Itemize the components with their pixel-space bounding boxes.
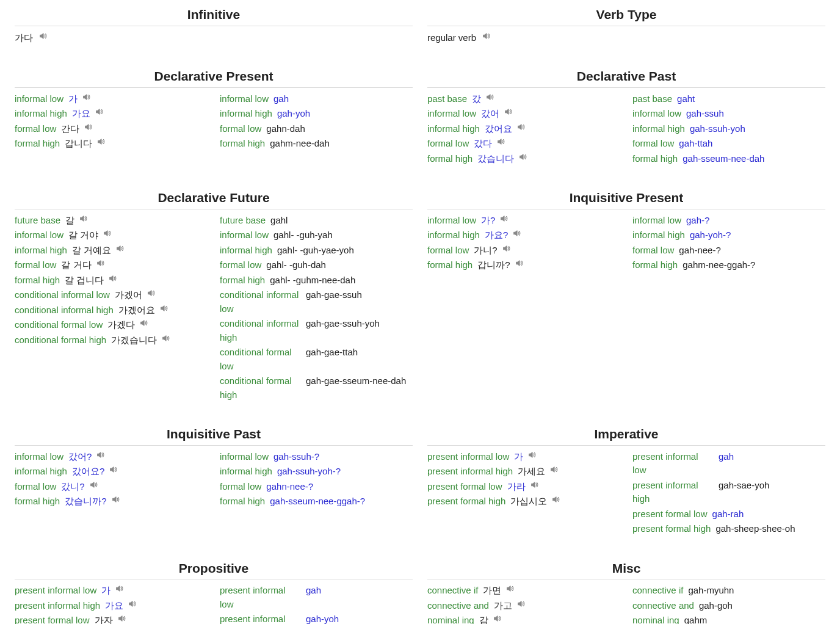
audio-icon[interactable] — [515, 259, 524, 267]
svg-marker-28 — [529, 452, 532, 457]
audio-icon[interactable] — [79, 214, 88, 223]
conjugation-key: formal low — [15, 122, 57, 136]
audio-icon[interactable] — [530, 481, 539, 489]
audio-icon[interactable] — [96, 259, 105, 267]
conjugation-key: past base — [632, 92, 673, 106]
audio-icon[interactable] — [82, 93, 91, 101]
audio-icon[interactable] — [96, 451, 105, 459]
conjugation-key: informal high — [15, 244, 68, 258]
conjugation-key: informal high — [427, 122, 481, 136]
romanization-value[interactable]: gah-yoh — [306, 612, 413, 624]
conjugation-value[interactable]: 가요 — [72, 107, 90, 121]
conjugation-value[interactable]: 가요? — [485, 228, 508, 242]
conjugation-row: past base갔 — [427, 92, 620, 107]
audio-icon[interactable] — [109, 465, 118, 474]
romanization-value[interactable]: gahn-nee-? — [266, 480, 413, 494]
conjugation-key: conditional informal high — [15, 303, 115, 317]
audio-icon[interactable] — [528, 451, 537, 459]
audio-icon[interactable] — [552, 495, 560, 504]
conjugation-value: 가겠다 — [107, 318, 135, 332]
conjugation-value[interactable]: 가라 — [507, 480, 526, 494]
conjugation-key: present formal high — [427, 495, 507, 509]
audio-icon[interactable] — [140, 319, 148, 327]
romanization-value[interactable]: gah-ssuh-yoh-? — [277, 465, 413, 479]
romanization-value[interactable]: gah-ttah — [679, 137, 825, 151]
romanization-row: formal highgahm-nee-ggah-? — [632, 258, 825, 273]
conjugation-value[interactable]: 갔니? — [61, 480, 84, 494]
audio-icon[interactable] — [115, 584, 124, 593]
conjugation-value: 가고 — [494, 599, 512, 613]
conjugation-key: formal high — [15, 137, 61, 151]
audio-icon[interactable] — [486, 93, 494, 101]
conjugation-row: formal low갔다 — [427, 136, 620, 151]
romanization-value[interactable]: gah — [719, 450, 825, 464]
romanization-value[interactable]: gah-yoh-? — [690, 228, 825, 242]
conjugation-value[interactable]: 갔어 — [481, 107, 499, 121]
romanization-value[interactable]: gah-? — [686, 214, 825, 228]
panel-title: Infinitive — [15, 5, 413, 26]
conjugation-value[interactable]: 갔다 — [474, 137, 492, 151]
audio-icon[interactable] — [497, 137, 505, 146]
column-hangul: present informal low가present informal hi… — [427, 449, 620, 537]
audio-icon[interactable] — [517, 600, 526, 608]
conjugation-value[interactable]: 갔습니다 — [477, 152, 514, 166]
audio-icon[interactable] — [90, 481, 98, 489]
audio-icon[interactable] — [493, 614, 502, 623]
value: regular verb — [427, 31, 476, 45]
audio-icon[interactable] — [97, 137, 106, 146]
column-romanization: informal lowgahinformal highgah-yohforma… — [220, 92, 413, 151]
conjugation-value[interactable]: 가? — [481, 214, 495, 228]
svg-marker-11 — [81, 216, 84, 220]
audio-icon[interactable] — [39, 32, 48, 40]
audio-icon[interactable] — [506, 584, 515, 593]
audio-icon[interactable] — [519, 153, 527, 161]
conjugation-value[interactable]: 갔어요? — [72, 465, 104, 479]
romanization-value[interactable]: gah-ssuh — [686, 107, 825, 121]
audio-icon[interactable] — [504, 107, 513, 116]
romanization-value[interactable]: gah — [273, 92, 413, 106]
audio-icon[interactable] — [116, 244, 125, 253]
conjugation-key: informal low — [427, 214, 477, 228]
audio-icon[interactable] — [109, 274, 117, 283]
conjugation-value[interactable]: 가 — [68, 92, 78, 106]
svg-marker-2 — [84, 94, 87, 99]
audio-icon[interactable] — [160, 304, 168, 313]
romanization-value[interactable]: gah — [306, 584, 413, 598]
conjugation-row: conditional formal low가겠다 — [15, 317, 208, 333]
conjugation-value[interactable]: 갔습니까? — [65, 495, 106, 509]
conjugation-key: informal low — [632, 107, 682, 121]
conjugation-row: informal high가요 — [15, 106, 208, 122]
audio-icon[interactable] — [502, 244, 511, 253]
conjugation-value[interactable]: 갔 — [472, 92, 481, 106]
audio-icon[interactable] — [162, 334, 170, 343]
conjugation-value[interactable]: 가 — [101, 584, 110, 598]
audio-icon[interactable] — [95, 107, 104, 116]
romanization-value[interactable]: gah-rah — [712, 507, 825, 521]
audio-icon[interactable] — [550, 465, 559, 474]
conjugation-value: 감 — [479, 614, 488, 624]
romanization-value[interactable]: gah-yoh — [277, 107, 413, 121]
audio-icon[interactable] — [118, 614, 126, 623]
romanization-value[interactable]: gah-ssuh-yoh — [690, 122, 825, 136]
audio-icon[interactable] — [112, 495, 120, 504]
romanization-value[interactable]: gah-sseum-nee-dah — [682, 152, 825, 166]
romanization-value[interactable]: gaht — [677, 92, 825, 106]
svg-marker-18 — [141, 321, 144, 325]
audio-icon[interactable] — [128, 600, 137, 608]
audio-icon[interactable] — [84, 123, 93, 131]
romanization-value[interactable]: gah-ssuh-? — [273, 450, 413, 464]
conjugation-value[interactable]: 가 — [514, 450, 523, 464]
audio-icon[interactable] — [103, 229, 112, 238]
columns: future base갈informal low갈 거야informal hig… — [15, 213, 413, 403]
audio-icon[interactable] — [482, 32, 491, 40]
conjugation-value: 가겠어 — [115, 288, 142, 302]
audio-icon[interactable] — [500, 214, 509, 223]
audio-icon[interactable] — [517, 123, 526, 131]
romanization-value[interactable]: gah-sseum-nee-ggah-? — [270, 495, 413, 509]
conjugation-value[interactable]: 갔어요 — [485, 122, 512, 136]
audio-icon[interactable] — [147, 289, 156, 297]
romanization-value: gahn-dah — [266, 122, 413, 136]
conjugation-value[interactable]: 가요 — [105, 599, 123, 613]
audio-icon[interactable] — [513, 229, 521, 238]
conjugation-value[interactable]: 갔어? — [68, 450, 92, 464]
